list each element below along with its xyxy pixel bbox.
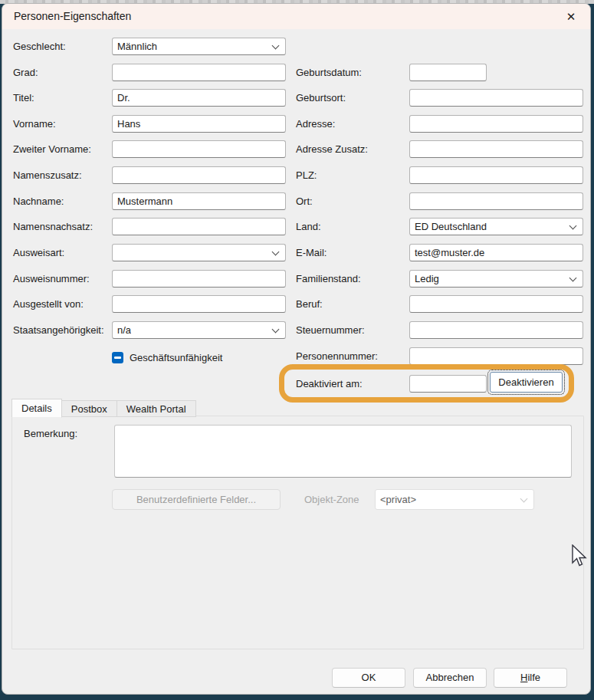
beruf-input[interactable] bbox=[409, 295, 583, 313]
steuernummer-input[interactable] bbox=[409, 321, 583, 339]
field-label: Steuernummer: bbox=[296, 321, 365, 339]
email-input[interactable] bbox=[409, 244, 583, 261]
familienstand-select[interactable]: Ledig bbox=[409, 270, 583, 288]
field-label: E-Mail: bbox=[296, 244, 327, 261]
objekt-zone-label: Objekt-Zone bbox=[304, 489, 359, 510]
bemerkung-label: Bemerkung: bbox=[24, 425, 77, 442]
plz-input[interactable] bbox=[409, 166, 583, 184]
dialog-title: Personen-Eigenschaften bbox=[14, 4, 131, 29]
field-label: Beruf: bbox=[296, 295, 323, 313]
objekt-zone-select[interactable]: <privat> bbox=[375, 489, 534, 510]
tab-postbox[interactable]: Postbox bbox=[62, 400, 117, 417]
field-label: Ausweisnummer: bbox=[13, 270, 90, 288]
field-label: Namenszusatz: bbox=[13, 166, 82, 184]
field-label: Adresse Zusatz: bbox=[296, 140, 368, 158]
field-label: Geburtsort: bbox=[296, 89, 346, 107]
field-label: Adresse: bbox=[296, 115, 335, 133]
deaktivieren-button[interactable]: Deaktivieren bbox=[490, 372, 563, 393]
deaktiviert-am-input[interactable] bbox=[409, 375, 487, 393]
chevron-down-icon bbox=[272, 42, 280, 50]
geschlecht-select[interactable]: Männlich bbox=[112, 38, 286, 55]
field-label: Geschlecht: bbox=[13, 38, 66, 55]
adresse-input[interactable] bbox=[409, 115, 583, 133]
field-label: Ausweisart: bbox=[13, 244, 64, 261]
namenszusatz-input[interactable] bbox=[112, 166, 286, 184]
land-select[interactable]: ED Deutschland bbox=[409, 218, 583, 235]
field-label: Namensnachsatz: bbox=[13, 218, 93, 235]
zweiter-vorname-input[interactable] bbox=[112, 140, 286, 158]
geschaeftsunfaehigkeit-checkbox[interactable] bbox=[112, 352, 123, 363]
field-label: Staatsangehörigkeit: bbox=[13, 321, 104, 339]
field-label: Zweiter Vorname: bbox=[13, 140, 91, 158]
ausweisart-select[interactable] bbox=[112, 244, 286, 261]
vorname-input[interactable] bbox=[112, 115, 286, 133]
field-label: Personennummer: bbox=[296, 347, 378, 365]
help-button[interactable]: Hilfe bbox=[494, 668, 567, 688]
staatsangehoerigkeit-select[interactable]: n/a bbox=[112, 321, 286, 339]
field-label: Ort: bbox=[296, 192, 313, 210]
namensnachsatz-input[interactable] bbox=[112, 218, 286, 235]
close-icon[interactable]: ✕ bbox=[563, 9, 579, 25]
chevron-down-icon bbox=[272, 248, 280, 256]
field-label: Titel: bbox=[13, 89, 34, 107]
adresse-zusatz-input[interactable] bbox=[409, 140, 583, 158]
field-label: Grad: bbox=[13, 64, 38, 81]
field-label: Familienstand: bbox=[296, 270, 361, 288]
field-label: Deaktiviert am: bbox=[296, 375, 363, 393]
ok-button[interactable]: OK bbox=[332, 668, 405, 688]
chevron-down-icon bbox=[569, 274, 577, 282]
ausgestellt-von-input[interactable] bbox=[112, 295, 286, 313]
personennummer-input[interactable] bbox=[409, 347, 583, 365]
titel-input[interactable] bbox=[112, 89, 286, 107]
field-label: Land: bbox=[296, 218, 321, 235]
tab-wealth-portal[interactable]: Wealth Portal bbox=[117, 400, 196, 417]
tab-bar: Details Postbox Wealth Portal bbox=[11, 399, 196, 417]
geburtsdatum-input[interactable] bbox=[409, 64, 487, 81]
field-label: Ausgestellt von: bbox=[13, 295, 84, 313]
bemerkung-textarea[interactable] bbox=[114, 425, 572, 478]
cancel-button[interactable]: Abbrechen bbox=[413, 668, 487, 688]
ort-input[interactable] bbox=[409, 192, 583, 210]
benutzerdefinierte-felder-button[interactable]: Benutzerdefinierte Felder... bbox=[112, 489, 281, 510]
tab-details[interactable]: Details bbox=[11, 399, 62, 418]
geburtsort-input[interactable] bbox=[409, 89, 583, 107]
nachname-input[interactable] bbox=[112, 192, 286, 210]
titlebar: Personen-Eigenschaften ✕ bbox=[2, 4, 590, 29]
field-label: Geburtsdatum: bbox=[296, 64, 362, 81]
ausweisnummer-input[interactable] bbox=[112, 270, 286, 288]
field-label: Vorname: bbox=[13, 115, 56, 133]
field-label: Nachname: bbox=[13, 192, 64, 210]
chevron-down-icon bbox=[272, 326, 280, 334]
checkbox-label: Geschäftsunfähigkeit bbox=[130, 349, 222, 366]
chevron-down-icon bbox=[569, 222, 577, 230]
chevron-down-icon bbox=[520, 495, 528, 503]
grad-input[interactable] bbox=[112, 64, 286, 81]
personen-eigenschaften-dialog: Personen-Eigenschaften ✕ Geschlecht: Män… bbox=[2, 3, 591, 695]
field-label: PLZ: bbox=[296, 166, 317, 184]
